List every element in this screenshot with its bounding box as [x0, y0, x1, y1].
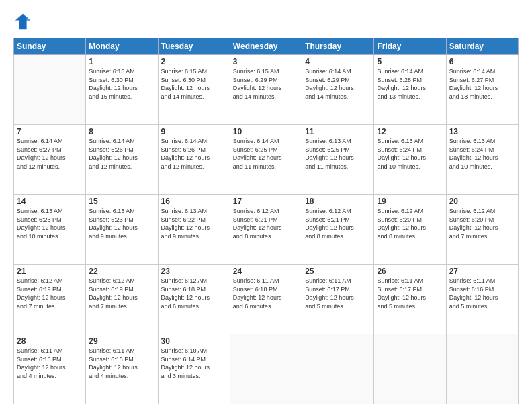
day-number: 9	[161, 127, 227, 136]
day-info: Sunrise: 6:11 AM Sunset: 6:16 PM Dayligh…	[449, 277, 515, 310]
day-info: Sunrise: 6:14 AM Sunset: 6:27 PM Dayligh…	[449, 67, 515, 101]
day-info: Sunrise: 6:12 AM Sunset: 6:19 PM Dayligh…	[89, 277, 154, 310]
calendar-cell: 26Sunrise: 6:11 AM Sunset: 6:17 PM Dayli…	[374, 265, 446, 334]
day-header-tuesday: Tuesday	[158, 38, 230, 55]
week-row-0: 1Sunrise: 6:15 AM Sunset: 6:30 PM Daylig…	[14, 55, 519, 125]
calendar-cell	[374, 334, 446, 404]
calendar-cell: 11Sunrise: 6:13 AM Sunset: 6:25 PM Dayli…	[302, 125, 374, 195]
logo-icon	[13, 12, 32, 31]
day-info: Sunrise: 6:14 AM Sunset: 6:25 PM Dayligh…	[233, 137, 299, 171]
calendar-cell: 25Sunrise: 6:11 AM Sunset: 6:17 PM Dayli…	[302, 265, 374, 334]
day-info: Sunrise: 6:14 AM Sunset: 6:26 PM Dayligh…	[89, 137, 154, 171]
calendar-cell: 14Sunrise: 6:13 AM Sunset: 6:23 PM Dayli…	[14, 195, 86, 265]
day-number: 10	[233, 127, 299, 136]
calendar-cell: 5Sunrise: 6:14 AM Sunset: 6:28 PM Daylig…	[374, 55, 446, 125]
day-info: Sunrise: 6:14 AM Sunset: 6:29 PM Dayligh…	[305, 67, 371, 101]
calendar-cell: 13Sunrise: 6:13 AM Sunset: 6:24 PM Dayli…	[446, 125, 518, 195]
day-info: Sunrise: 6:11 AM Sunset: 6:15 PM Dayligh…	[89, 347, 154, 380]
day-number: 27	[449, 267, 515, 276]
day-number: 26	[377, 267, 443, 276]
day-info: Sunrise: 6:14 AM Sunset: 6:28 PM Dayligh…	[377, 67, 443, 101]
day-info: Sunrise: 6:13 AM Sunset: 6:23 PM Dayligh…	[17, 207, 83, 240]
calendar-cell: 6Sunrise: 6:14 AM Sunset: 6:27 PM Daylig…	[446, 55, 518, 125]
day-number: 15	[89, 197, 154, 206]
day-info: Sunrise: 6:11 AM Sunset: 6:17 PM Dayligh…	[377, 277, 443, 310]
calendar-body: 1Sunrise: 6:15 AM Sunset: 6:30 PM Daylig…	[14, 55, 519, 404]
day-number: 29	[89, 336, 154, 346]
day-number: 1	[89, 57, 154, 66]
header	[13, 12, 519, 31]
calendar-cell	[14, 55, 86, 125]
calendar-cell: 28Sunrise: 6:11 AM Sunset: 6:15 PM Dayli…	[14, 334, 86, 404]
day-header-sunday: Sunday	[14, 38, 86, 55]
calendar-cell: 29Sunrise: 6:11 AM Sunset: 6:15 PM Dayli…	[86, 334, 158, 404]
calendar-cell: 4Sunrise: 6:14 AM Sunset: 6:29 PM Daylig…	[302, 55, 374, 125]
day-number: 11	[305, 127, 371, 136]
calendar-cell: 18Sunrise: 6:12 AM Sunset: 6:21 PM Dayli…	[302, 195, 374, 265]
day-info: Sunrise: 6:12 AM Sunset: 6:21 PM Dayligh…	[305, 207, 371, 240]
day-info: Sunrise: 6:14 AM Sunset: 6:27 PM Dayligh…	[17, 137, 83, 171]
calendar-cell: 2Sunrise: 6:15 AM Sunset: 6:30 PM Daylig…	[158, 55, 230, 125]
page: SundayMondayTuesdayWednesdayThursdayFrid…	[0, 0, 532, 411]
day-info: Sunrise: 6:15 AM Sunset: 6:30 PM Dayligh…	[89, 67, 154, 101]
calendar-cell: 21Sunrise: 6:12 AM Sunset: 6:19 PM Dayli…	[14, 265, 86, 334]
calendar-cell: 1Sunrise: 6:15 AM Sunset: 6:30 PM Daylig…	[86, 55, 158, 125]
day-number: 25	[305, 267, 371, 276]
day-info: Sunrise: 6:12 AM Sunset: 6:18 PM Dayligh…	[161, 277, 227, 310]
calendar-cell: 27Sunrise: 6:11 AM Sunset: 6:16 PM Dayli…	[446, 265, 518, 334]
calendar-cell: 19Sunrise: 6:12 AM Sunset: 6:20 PM Dayli…	[374, 195, 446, 265]
calendar-cell: 22Sunrise: 6:12 AM Sunset: 6:19 PM Dayli…	[86, 265, 158, 334]
day-number: 2	[161, 57, 227, 66]
calendar-cell: 15Sunrise: 6:13 AM Sunset: 6:23 PM Dayli…	[86, 195, 158, 265]
day-info: Sunrise: 6:11 AM Sunset: 6:15 PM Dayligh…	[17, 347, 83, 380]
calendar-cell: 24Sunrise: 6:11 AM Sunset: 6:18 PM Dayli…	[230, 265, 302, 334]
day-info: Sunrise: 6:10 AM Sunset: 6:14 PM Dayligh…	[161, 347, 227, 380]
day-number: 19	[377, 197, 443, 206]
day-info: Sunrise: 6:11 AM Sunset: 6:18 PM Dayligh…	[233, 277, 299, 310]
calendar-cell: 30Sunrise: 6:10 AM Sunset: 6:14 PM Dayli…	[158, 334, 230, 404]
day-info: Sunrise: 6:13 AM Sunset: 6:25 PM Dayligh…	[305, 137, 371, 171]
day-number: 8	[89, 127, 154, 136]
calendar-cell: 8Sunrise: 6:14 AM Sunset: 6:26 PM Daylig…	[86, 125, 158, 195]
day-number: 12	[377, 127, 443, 136]
day-number: 28	[17, 336, 83, 346]
calendar-cell: 16Sunrise: 6:13 AM Sunset: 6:22 PM Dayli…	[158, 195, 230, 265]
day-info: Sunrise: 6:13 AM Sunset: 6:24 PM Dayligh…	[377, 137, 443, 171]
day-number: 4	[305, 57, 371, 66]
day-header-wednesday: Wednesday	[230, 38, 302, 55]
calendar-cell: 23Sunrise: 6:12 AM Sunset: 6:18 PM Dayli…	[158, 265, 230, 334]
day-info: Sunrise: 6:15 AM Sunset: 6:30 PM Dayligh…	[161, 67, 227, 101]
calendar-cell: 3Sunrise: 6:15 AM Sunset: 6:29 PM Daylig…	[230, 55, 302, 125]
calendar-cell: 20Sunrise: 6:12 AM Sunset: 6:20 PM Dayli…	[446, 195, 518, 265]
day-number: 18	[305, 197, 371, 206]
day-number: 20	[449, 197, 515, 206]
day-info: Sunrise: 6:13 AM Sunset: 6:22 PM Dayligh…	[161, 207, 227, 240]
week-row-1: 7Sunrise: 6:14 AM Sunset: 6:27 PM Daylig…	[14, 125, 519, 195]
calendar-cell: 10Sunrise: 6:14 AM Sunset: 6:25 PM Dayli…	[230, 125, 302, 195]
day-header-saturday: Saturday	[446, 38, 518, 55]
calendar-cell: 12Sunrise: 6:13 AM Sunset: 6:24 PM Dayli…	[374, 125, 446, 195]
week-row-2: 14Sunrise: 6:13 AM Sunset: 6:23 PM Dayli…	[14, 195, 519, 265]
day-number: 30	[161, 336, 227, 346]
day-header-thursday: Thursday	[302, 38, 374, 55]
svg-marker-0	[15, 14, 30, 29]
day-info: Sunrise: 6:12 AM Sunset: 6:19 PM Dayligh…	[17, 277, 83, 310]
day-info: Sunrise: 6:12 AM Sunset: 6:21 PM Dayligh…	[233, 207, 299, 240]
day-number: 14	[17, 197, 83, 206]
calendar-cell: 7Sunrise: 6:14 AM Sunset: 6:27 PM Daylig…	[14, 125, 86, 195]
day-header-friday: Friday	[374, 38, 446, 55]
day-info: Sunrise: 6:12 AM Sunset: 6:20 PM Dayligh…	[377, 207, 443, 240]
calendar-header: SundayMondayTuesdayWednesdayThursdayFrid…	[14, 38, 519, 55]
day-info: Sunrise: 6:11 AM Sunset: 6:17 PM Dayligh…	[305, 277, 371, 310]
day-number: 7	[17, 127, 83, 136]
day-number: 3	[233, 57, 299, 66]
day-number: 24	[233, 267, 299, 276]
calendar-cell	[446, 334, 518, 404]
day-number: 6	[449, 57, 515, 66]
day-info: Sunrise: 6:15 AM Sunset: 6:29 PM Dayligh…	[233, 67, 299, 101]
header-row: SundayMondayTuesdayWednesdayThursdayFrid…	[14, 38, 519, 55]
day-number: 16	[161, 197, 227, 206]
day-info: Sunrise: 6:13 AM Sunset: 6:24 PM Dayligh…	[449, 137, 515, 171]
calendar-cell	[230, 334, 302, 404]
week-row-4: 28Sunrise: 6:11 AM Sunset: 6:15 PM Dayli…	[14, 334, 519, 404]
